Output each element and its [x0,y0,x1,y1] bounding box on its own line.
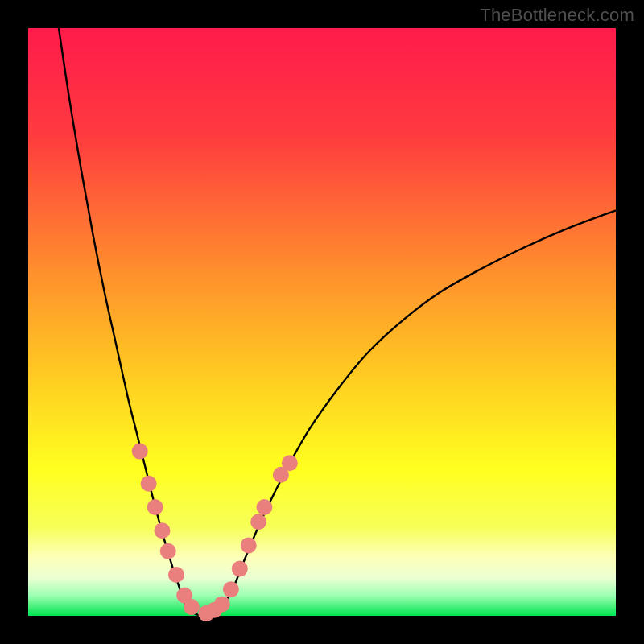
data-marker [223,581,239,597]
data-marker [282,455,298,471]
data-marker [147,499,163,515]
watermark-text: TheBottleneck.com [480,5,634,26]
plot-area [28,28,616,616]
data-marker [184,599,200,615]
data-marker [132,444,148,460]
data-marker [160,543,176,559]
data-marker [214,596,230,612]
bottleneck-curve [59,28,616,616]
data-marker [141,476,157,492]
data-marker [256,499,272,515]
data-marker [154,522,170,539]
data-marker [241,537,257,553]
data-marker [250,514,266,530]
data-marker [232,561,248,577]
chart-frame: TheBottleneck.com [0,0,644,644]
curves-layer [28,28,616,616]
data-marker [168,567,184,583]
